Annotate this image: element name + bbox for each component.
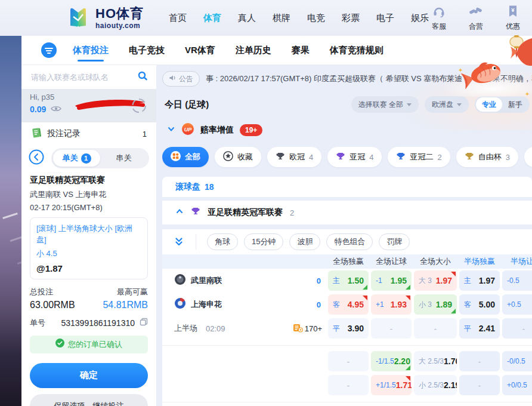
odds-value: 1.71 bbox=[396, 380, 412, 390]
league-chip-亚冠[interactable]: 亚冠4 bbox=[327, 147, 382, 167]
quick-link-合营[interactable]: 合营 bbox=[462, 5, 490, 32]
tab-single[interactable]: 单关 1 bbox=[53, 150, 100, 167]
quick-link-优惠[interactable]: ¥优惠 bbox=[499, 5, 527, 32]
odds-cell[interactable]: +0.5 bbox=[502, 294, 532, 315]
league-chip-亚冠二[interactable]: 亚冠二2 bbox=[388, 147, 450, 167]
subnav-item-赛果[interactable]: 赛果 bbox=[292, 45, 310, 56]
keep-selection-button[interactable]: 保留选项，继续投注 bbox=[30, 394, 148, 406]
odds-cell[interactable]: 客5.00 bbox=[459, 294, 500, 315]
nav-item-棋牌[interactable]: 棋牌 bbox=[273, 13, 290, 24]
odds-cell[interactable]: 客4.95 bbox=[328, 294, 369, 315]
mode-pro[interactable]: 专业 bbox=[476, 97, 502, 112]
odds-cell[interactable]: -0/0.5 bbox=[502, 351, 532, 371]
more-markets[interactable]: 170+ bbox=[293, 323, 322, 334]
back-icon[interactable] bbox=[29, 149, 44, 167]
subnav-item-电子竞技[interactable]: 电子竞技 bbox=[129, 45, 165, 56]
main-content: 公告 事 : 2026/02/17 17:57(GMT+8) 印度孟买超级联赛（… bbox=[156, 64, 532, 406]
grid-icon bbox=[171, 151, 181, 163]
market-chip-特色组合[interactable]: 特色组合 bbox=[326, 233, 373, 250]
copy-icon[interactable] bbox=[140, 318, 148, 328]
double-chevron-icon[interactable] bbox=[162, 236, 196, 247]
odds-cell[interactable]: 小 31.89 bbox=[414, 294, 457, 315]
odds-cell[interactable]: +1/1.51.71 bbox=[371, 375, 412, 395]
announcement-pill[interactable]: 公告 bbox=[162, 71, 200, 87]
market-chip-15分钟[interactable]: 15分钟 bbox=[244, 233, 283, 250]
search-icon[interactable] bbox=[137, 70, 148, 84]
sub-nav: 体育投注电子竞技VR体育注单历史赛果体育竞猜规则 bbox=[21, 36, 532, 64]
single-count-badge: 1 bbox=[81, 153, 91, 164]
subnav-item-注单历史[interactable]: 注单历史 bbox=[236, 45, 271, 56]
boost-row[interactable]: UP 赔率增值 19+ bbox=[167, 121, 262, 139]
odds-cell[interactable]: 大 31.97 bbox=[414, 270, 457, 291]
odds-line: +1 bbox=[376, 300, 384, 309]
market-chip-罚牌[interactable]: 罚牌 bbox=[379, 233, 410, 250]
odds-cell[interactable]: -1/1.52.20 bbox=[371, 351, 412, 371]
announcement-label: 公告 bbox=[179, 74, 193, 84]
odds-cell: - bbox=[459, 375, 500, 395]
headset-icon bbox=[432, 5, 446, 20]
bet-record-row[interactable]: 投注记录 1 bbox=[21, 122, 156, 145]
odds-cell[interactable]: 主1.97 bbox=[459, 270, 500, 291]
odds-cell[interactable]: -0.5 bbox=[502, 270, 532, 291]
trophy-icon bbox=[276, 152, 285, 163]
odds-type-dropdown[interactable]: 欧洲盘 bbox=[425, 96, 469, 113]
market-chip-角球[interactable]: 角球 bbox=[207, 233, 238, 250]
odds-line: 平 bbox=[333, 324, 340, 334]
nav-item-彩票[interactable]: 彩票 bbox=[342, 13, 360, 24]
odds-cell[interactable]: 小 2.5/32.19 bbox=[414, 375, 457, 395]
order-number: 5313991861191310 bbox=[55, 318, 135, 328]
quick-link-label: 客服 bbox=[432, 21, 446, 32]
total-stake-value: 63.00RMB bbox=[30, 300, 75, 310]
quick-link-label: 优惠 bbox=[506, 21, 520, 32]
league-section-header[interactable]: 亚足联精英冠军联赛 2 bbox=[162, 201, 532, 224]
odds-cell[interactable]: 大 2.5/31.70 bbox=[414, 351, 457, 371]
odds-value: 1.95 bbox=[391, 276, 407, 285]
odds-card: 角球15分钟波胆特色组合罚牌 全场独赢全场让球全场大小半场独赢半场让球 武里南联… bbox=[162, 229, 532, 406]
league-chip-收藏[interactable]: 收藏 bbox=[215, 147, 261, 167]
announcement-text: 事 : 2026/02/17 17:57(GMT+8) 印度孟买超级联赛（ 希望… bbox=[206, 73, 532, 84]
confirm-button[interactable]: 确定 bbox=[30, 363, 148, 388]
svg-text:UP: UP bbox=[184, 127, 192, 133]
subnav-item-体育投注[interactable]: 体育投注 bbox=[73, 45, 109, 56]
brand-logo[interactable]: HO体育 haiouty.com bbox=[66, 4, 144, 32]
subnav-items: 体育投注电子竞技VR体育注单历史赛果体育竞猜规则 bbox=[73, 45, 383, 56]
nav-item-真人[interactable]: 真人 bbox=[238, 13, 256, 24]
league-filter-dropdown[interactable]: 选择联赛 全部 bbox=[351, 96, 419, 113]
trophy-icon bbox=[465, 152, 474, 163]
tab-parlay[interactable]: 串关 bbox=[100, 150, 147, 167]
refresh-icon[interactable] bbox=[130, 97, 148, 117]
odds-cell[interactable]: 平2.41 bbox=[459, 318, 500, 339]
subnav-item-VR体育[interactable]: VR体育 bbox=[185, 45, 215, 56]
odds-cell[interactable]: +11.93 bbox=[371, 294, 412, 315]
handshake-icon bbox=[469, 5, 483, 20]
boost-count-badge: 19+ bbox=[240, 124, 262, 136]
odds-column-header: 全场独赢全场让球全场大小半场独赢半场让球 bbox=[162, 254, 532, 269]
league-chip-全部[interactable]: 全部 bbox=[162, 147, 209, 167]
nav-item-电竞[interactable]: 电竞 bbox=[307, 13, 325, 24]
filter-lines-icon[interactable] bbox=[41, 42, 57, 59]
nav-item-电子[interactable]: 电子 bbox=[376, 13, 394, 24]
subnav-item-体育竞猜规则[interactable]: 体育竞猜规则 bbox=[330, 45, 383, 56]
odds-cell[interactable]: 平3.90 bbox=[328, 318, 369, 339]
chevron-down-icon[interactable] bbox=[167, 125, 175, 136]
eye-icon[interactable] bbox=[51, 104, 61, 115]
mode-novice[interactable]: 新手 bbox=[502, 97, 528, 112]
odds-line: 主 bbox=[464, 276, 471, 286]
nav-item-体育[interactable]: 体育 bbox=[203, 13, 221, 24]
league-chip-欧冠[interactable]: 欧冠4 bbox=[267, 147, 321, 167]
odds-cell[interactable]: +0/0.5 bbox=[502, 375, 532, 395]
nav-item-首页[interactable]: 首页 bbox=[169, 13, 187, 24]
team-area: 上海申花0 bbox=[162, 297, 328, 312]
quick-link-客服[interactable]: 客服 bbox=[425, 5, 453, 32]
odds-cell[interactable]: 主1.50 bbox=[328, 270, 369, 291]
market-chip-波胆[interactable]: 波胆 bbox=[289, 233, 320, 250]
odds-value: 1.97 bbox=[479, 276, 495, 285]
search-input[interactable] bbox=[30, 72, 137, 82]
league-chip-英冠[interactable]: 英冠2 bbox=[524, 147, 532, 167]
league-chip-自由杯[interactable]: 自由杯3 bbox=[456, 147, 518, 167]
odds-value: 3.90 bbox=[348, 324, 364, 333]
chevron-up-icon[interactable] bbox=[175, 207, 184, 218]
odds-line: 大 2.5/3 bbox=[419, 356, 444, 367]
odds-cell[interactable]: -11.95 bbox=[371, 270, 412, 291]
odds-line: -1/1.5 bbox=[376, 357, 394, 365]
